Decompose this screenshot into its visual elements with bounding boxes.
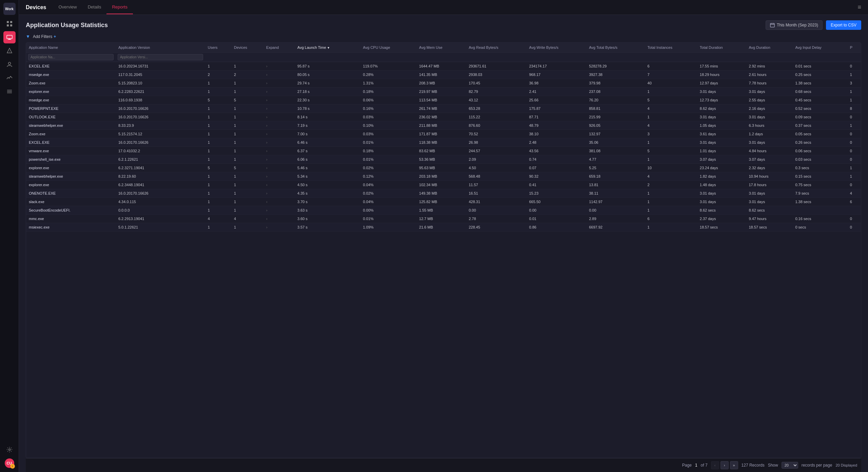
expand-arrow[interactable]: ›	[263, 79, 295, 87]
col-avg-cpu[interactable]: Avg CPU Usage	[360, 43, 416, 53]
table-row: POWERPNT.EXE16.0.20170.1662611›10.78 s0.…	[26, 104, 861, 113]
table-cell: 5	[645, 147, 697, 155]
table-cell: 4	[645, 121, 697, 130]
expand-arrow[interactable]: ›	[263, 215, 295, 223]
table-cell: 3.01 days	[697, 113, 746, 121]
records-per-page-label: records per page	[802, 463, 832, 468]
table-cell: 0.01%	[360, 155, 416, 164]
col-avg-duration[interactable]: Avg Duration	[746, 43, 792, 53]
expand-arrow[interactable]: ›	[263, 172, 295, 181]
table-cell: 0.41	[527, 181, 587, 189]
expand-arrow[interactable]: ›	[263, 113, 295, 121]
table-cell: 379.98	[586, 79, 645, 87]
table-cell: 1	[205, 189, 231, 198]
calendar-icon	[770, 23, 775, 27]
table-cell: 0.05 secs	[792, 130, 847, 138]
menu-icon[interactable]: ≡	[857, 4, 861, 11]
export-csv-button[interactable]: Export to CSV	[826, 20, 861, 30]
table-cell: 36.98	[527, 79, 587, 87]
filters-row: ▼ Add Filters +	[26, 34, 861, 39]
expand-arrow[interactable]: ›	[263, 189, 295, 198]
table-cell: 3	[847, 79, 861, 87]
table-cell: 0.00%	[360, 206, 416, 215]
col-avg-read[interactable]: Avg Read Bytes/s	[466, 43, 526, 53]
table-cell: 18.57 secs	[746, 223, 792, 232]
expand-arrow[interactable]: ›	[263, 130, 295, 138]
expand-arrow[interactable]: ›	[263, 104, 295, 113]
col-total-instances[interactable]: Total Instances	[645, 43, 697, 53]
expand-arrow[interactable]: ›	[263, 147, 295, 155]
expand-arrow[interactable]: ›	[263, 198, 295, 206]
table-cell: 528278.29	[586, 62, 645, 71]
prev-page-button[interactable]: ‹	[711, 461, 719, 469]
sidebar-item-devices[interactable]	[3, 31, 16, 43]
sidebar-item-alerts[interactable]: !	[3, 45, 16, 57]
table-cell: 5.0.1.22621	[116, 223, 205, 232]
sidebar-item-monitor[interactable]	[3, 72, 16, 84]
sidebar: Work ! CU !	[0, 0, 19, 472]
table-cell: 568.48	[466, 172, 526, 181]
col-p[interactable]: P	[847, 43, 861, 53]
next-page-button[interactable]: ›	[721, 461, 729, 469]
col-avg-mem[interactable]: Avg Mem Use	[416, 43, 466, 53]
col-avg-write[interactable]: Avg Write Bytes/s	[527, 43, 587, 53]
table-cell: 1	[231, 138, 263, 147]
table-cell: ONENOTE.EXE	[26, 189, 116, 198]
table-cell: 2.89	[586, 215, 645, 223]
table-cell: 2	[231, 71, 263, 79]
expand-arrow[interactable]: ›	[263, 164, 295, 172]
expand-arrow[interactable]: ›	[263, 87, 295, 96]
tab-reports[interactable]: Reports	[106, 0, 133, 14]
expand-arrow[interactable]: ›	[263, 155, 295, 164]
col-avg-total-bytes[interactable]: Avg Total Bytes/s	[586, 43, 645, 53]
table-cell: 1	[205, 79, 231, 87]
sidebar-item-dashboard[interactable]	[3, 18, 16, 30]
records-per-page-select[interactable]: 20 50 100	[782, 462, 798, 469]
col-total-duration[interactable]: Total Duration	[697, 43, 746, 53]
table-cell: 1	[231, 79, 263, 87]
expand-arrow[interactable]: ›	[263, 96, 295, 104]
table-cell: 2.78	[466, 215, 526, 223]
table-cell: 6.2.3271.19041	[116, 164, 205, 172]
col-users[interactable]: Users	[205, 43, 231, 53]
expand-arrow[interactable]: ›	[263, 71, 295, 79]
expand-arrow[interactable]: ›	[263, 62, 295, 71]
table-cell: 0.28%	[360, 71, 416, 79]
filter-app-version[interactable]	[116, 53, 205, 62]
expand-arrow[interactable]: ›	[263, 181, 295, 189]
table-cell: 87.71	[527, 113, 587, 121]
expand-arrow[interactable]: ›	[263, 138, 295, 147]
col-avg-launch[interactable]: Avg Launch Time	[295, 43, 360, 53]
col-app-version[interactable]: Application Version	[116, 43, 205, 53]
expand-arrow[interactable]: ›	[263, 206, 295, 215]
sidebar-avatar[interactable]: CU !	[3, 457, 16, 469]
table-cell: 6.46 s	[295, 138, 360, 147]
table-cell: 236.02 MB	[416, 113, 466, 121]
sidebar-item-settings[interactable]	[3, 444, 16, 456]
app-name-filter-input[interactable]	[28, 54, 114, 60]
table-cell: 2	[205, 71, 231, 79]
table-cell: 1	[205, 181, 231, 189]
add-filters-button[interactable]: Add Filters +	[33, 34, 56, 39]
expand-arrow[interactable]: ›	[263, 223, 295, 232]
app-version-filter-input[interactable]	[118, 54, 203, 60]
sidebar-item-list[interactable]	[3, 85, 16, 98]
date-range-button[interactable]: This Month (Sep 2023)	[766, 20, 823, 30]
last-page-button[interactable]: »	[730, 461, 738, 469]
table-cell: 5	[205, 96, 231, 104]
col-app-name[interactable]: Application Name	[26, 43, 116, 53]
col-devices[interactable]: Devices	[231, 43, 263, 53]
table-cell: 2.37 days	[697, 215, 746, 223]
tab-details[interactable]: Details	[82, 0, 107, 14]
filter-app-name[interactable]	[26, 53, 116, 62]
table-cell: 8.62 secs	[697, 206, 746, 215]
table-cell: 17.0.41032.2	[116, 147, 205, 155]
tab-overview[interactable]: Overview	[53, 0, 82, 14]
data-table: Application Name Application Version Use…	[26, 43, 861, 232]
table-cell: 0.15 secs	[792, 172, 847, 181]
sidebar-item-users[interactable]	[3, 58, 16, 71]
expand-arrow[interactable]: ›	[263, 121, 295, 130]
table-cell: 102.34 MB	[416, 181, 466, 189]
svg-rect-10	[7, 91, 12, 92]
col-avg-input-delay[interactable]: Avg Input Delay	[792, 43, 847, 53]
